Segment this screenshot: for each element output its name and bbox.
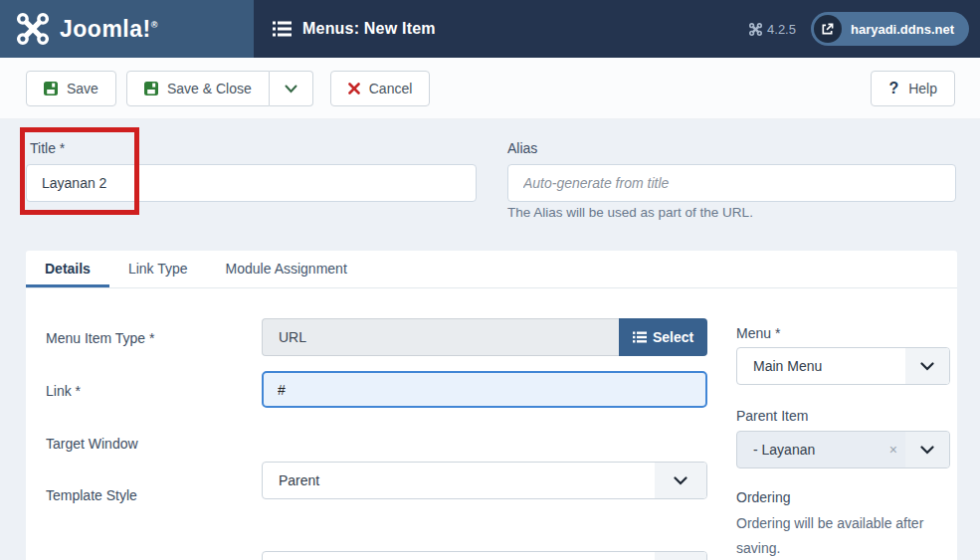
target-window-value: Parent [279,472,319,488]
site-preview-badge[interactable]: haryadi.ddns.net [811,12,969,46]
top-header: Joomla!® Menus: New Item [0,0,980,58]
save-close-button[interactable]: Save & Close [126,71,270,106]
ordering-label: Ordering [736,489,790,505]
tab-details[interactable]: Details [26,251,109,287]
tab-bar: Details Link Type Module Assignment [26,251,957,288]
title-input[interactable] [26,164,477,202]
chevron-down-icon [285,85,297,93]
chevron-down-icon [905,348,949,384]
target-window-label: Target Window [46,436,138,452]
list-icon [633,331,647,343]
chevron-down-icon [655,463,706,498]
menu-item-type-label: Menu Item Type * [46,330,154,346]
save-floppy-icon [44,82,58,95]
form-panel: Details Link Type Module Assignment Menu… [26,251,957,560]
page-title: Menus: New Item [302,20,436,38]
save-close-label: Save & Close [167,81,252,96]
save-close-button-group: Save & Close [126,71,313,106]
menu-list-icon [273,21,292,37]
joomla-logo-section[interactable]: Joomla!® [0,0,254,58]
ordering-help-text: Ordering will be available after saving. [736,511,955,560]
question-mark-icon: ? [888,80,898,97]
tab-module-assignment[interactable]: Module Assignment [207,251,366,287]
toolbar: Save Save & Close [0,58,980,119]
clear-selection-icon[interactable]: × [889,442,897,458]
target-window-select[interactable]: Parent [262,462,707,499]
alias-label: Alias [507,140,537,156]
menu-value: Main Menu [753,358,822,374]
tab-link-type[interactable]: Link Type [109,251,207,287]
cancel-label: Cancel [369,81,413,96]
parent-item-label: Parent Item [736,408,808,424]
version-text: 4.2.5 [767,22,796,37]
select-button-label: Select [653,329,693,345]
site-badge-label: haryadi.ddns.net [851,22,954,37]
save-options-dropdown-toggle[interactable] [270,71,313,106]
page-title-wrap: Menus: New Item [273,20,436,38]
joomla-version-icon [749,23,762,36]
chevron-down-icon [655,552,706,560]
help-button[interactable]: ? Help [871,71,955,106]
joomla-wordmark: Joomla!® [60,16,158,43]
link-label: Link * [46,383,81,399]
menu-select[interactable]: Main Menu [736,347,950,385]
title-label: Title * [30,140,65,156]
parent-item-select[interactable]: - Layanan × [736,431,950,468]
save-button[interactable]: Save [26,71,116,106]
header-right: 4.2.5 haryadi.ddns.net [749,12,980,46]
menu-item-type-select-button[interactable]: Select [619,318,707,356]
cancel-button[interactable]: Cancel [330,71,431,106]
chevron-down-icon [905,432,949,467]
menu-item-type-control: URL Select [262,318,707,356]
cancel-x-icon [348,83,360,94]
save-label: Save [67,81,98,96]
link-input[interactable] [262,371,707,408]
menu-item-type-value: URL [262,318,619,356]
menu-label: Menu * [736,325,780,341]
toolbar-left: Save Save & Close [26,71,430,106]
template-style-label: Template Style [46,487,137,503]
help-label: Help [908,81,937,96]
joomla-admin-screen: Joomla!® Menus: New Item [0,0,980,560]
save-floppy-icon [144,82,158,95]
joomla-logo-icon [16,12,50,46]
alias-help-text: The Alias will be used as part of the UR… [507,205,753,220]
parent-item-value: - Layanan [753,442,815,458]
version-indicator: 4.2.5 [749,22,796,37]
external-link-icon [814,15,842,43]
template-style-select[interactable]: - Use Default - [262,551,707,560]
alias-input[interactable] [507,164,956,202]
